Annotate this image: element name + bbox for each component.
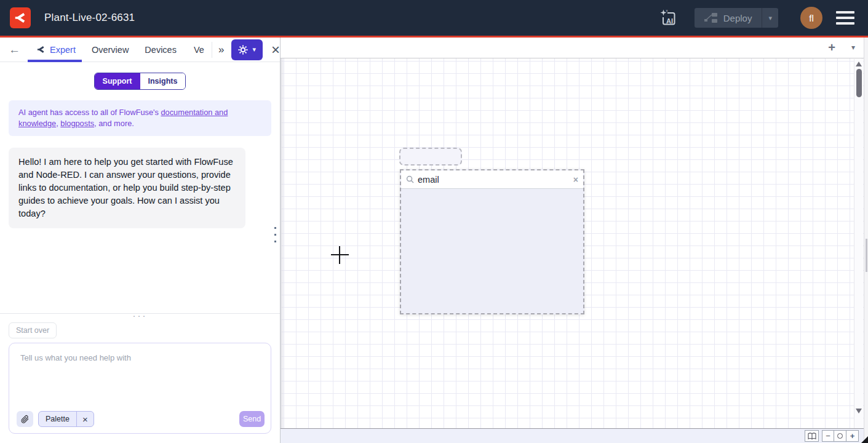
top-header-bar: Plant-Live-02-6631 x AI Deploy ▾ (0, 0, 868, 36)
crosshair-cursor (339, 246, 340, 264)
tab-devices[interactable]: Devices (145, 45, 177, 55)
flowfuse-logo-icon[interactable] (10, 7, 31, 28)
composer-toolbar: Palette × Send (17, 411, 265, 427)
tab-expert-label: Expert (50, 45, 76, 55)
burger-bar (836, 17, 854, 19)
mode-toggle-wrap: Support Insights (0, 73, 280, 90)
assistant-panel: ← Expert Overview Devices Ver » (0, 38, 281, 443)
add-flow-icon[interactable]: + (828, 41, 835, 55)
quick-add-results-list (401, 189, 583, 314)
notice-text: AI agent has access to all of FlowFuse's (18, 108, 161, 117)
message-composer: Palette × Send (9, 343, 271, 434)
workspace-tabbar: + ▾ (281, 38, 864, 58)
zoom-reset-icon (837, 433, 843, 439)
browser-scrollbar[interactable] (864, 38, 868, 443)
workspace-footer: − + (281, 428, 864, 443)
more-tabs-chevron-icon[interactable]: » (218, 44, 224, 56)
quick-add-search-row: × (401, 170, 583, 189)
navigator-button[interactable] (805, 430, 819, 442)
palette-chip-remove-icon[interactable]: × (76, 412, 94, 426)
deploy-label: Deploy (723, 13, 752, 23)
tabbar-divider (212, 42, 212, 58)
tab-overview[interactable]: Overview (92, 45, 129, 55)
flowfuse-logo-glyph (14, 11, 27, 25)
user-avatar[interactable]: fl (800, 7, 822, 29)
ai-access-notice: AI agent has access to all of FlowFuse's… (9, 100, 271, 136)
instance-title: Plant-Live-02-6631 (44, 12, 135, 24)
paperclip-icon (20, 415, 30, 424)
canvas-vertical-scrollbar[interactable] (854, 59, 863, 428)
search-icon (406, 175, 414, 183)
clear-search-icon[interactable]: × (573, 175, 578, 185)
svg-text:x: x (666, 9, 667, 12)
ai-assistant-icon[interactable]: x AI (658, 7, 679, 28)
flowfuse-mini-icon (36, 45, 46, 54)
burger-bar (836, 11, 854, 14)
zoom-controls: − + (822, 430, 859, 442)
svg-text:AI: AI (666, 17, 673, 25)
gear-caret-icon: ▾ (252, 46, 256, 54)
main-menu-icon[interactable] (836, 11, 854, 25)
blogposts-link[interactable]: blogposts (60, 119, 94, 128)
scroll-down-arrow-icon[interactable] (856, 409, 862, 413)
tab-overview-label: Overview (92, 45, 129, 55)
toggle-insights[interactable]: Insights (140, 73, 186, 89)
palette-chip-label: Palette (39, 412, 76, 426)
node-red-workspace: + ▾ × (281, 38, 864, 443)
flow-canvas[interactable]: × (281, 58, 864, 428)
notice-text: , and more. (94, 119, 134, 128)
assistant-tabbar: ← Expert Overview Devices Ver » (0, 38, 280, 62)
browser-scroll-thumb[interactable] (866, 239, 867, 272)
flow-list-caret-icon[interactable]: ▾ (851, 43, 855, 52)
settings-dropdown-button[interactable]: ▾ (231, 39, 263, 60)
send-button[interactable]: Send (239, 411, 265, 427)
vertical-scroll-thumb[interactable] (856, 69, 862, 97)
close-panel-icon[interactable]: × (271, 42, 280, 57)
scroll-up-arrow-icon[interactable] (856, 62, 862, 66)
ai-icon-glyph: x AI (659, 9, 677, 27)
flowfuse-app-window: Plant-Live-02-6631 x AI Deploy ▾ (0, 0, 868, 443)
window-corner-wedge (861, 436, 868, 443)
mode-toggle: Support Insights (94, 73, 186, 90)
burger-bar (836, 22, 854, 25)
tab-version-history-label: Ver (194, 45, 204, 55)
deploy-options-caret[interactable]: ▾ (762, 8, 778, 28)
node-placeholder-ghost (399, 148, 462, 166)
zoom-in-button[interactable]: + (846, 430, 859, 442)
toggle-support[interactable]: Support (95, 73, 140, 89)
assistant-message-bubble: Hello! I am here to help you get started… (9, 148, 245, 228)
tab-version-history[interactable]: Ver (194, 45, 204, 55)
tab-devices-label: Devices (145, 45, 177, 55)
start-over-button[interactable]: Start over (9, 322, 57, 338)
deploy-button[interactable]: Deploy (695, 8, 762, 28)
deploy-node-icon (704, 12, 718, 23)
quick-add-node-dialog: × (400, 169, 584, 314)
palette-context-chip: Palette × (38, 411, 94, 427)
deploy-button-group: Deploy ▾ (695, 8, 778, 28)
zoom-reset-button[interactable] (834, 430, 846, 442)
tab-expert[interactable]: Expert (36, 45, 76, 55)
attach-file-button[interactable] (17, 411, 33, 427)
back-arrow-icon[interactable]: ← (9, 43, 20, 57)
canvas-edge-shade (281, 58, 284, 428)
gear-icon (238, 45, 248, 55)
panel-resize-handle[interactable] (274, 227, 276, 242)
divider-resize-dots[interactable]: ··· (0, 310, 280, 321)
node-search-input[interactable] (418, 175, 570, 185)
composer-input[interactable] (17, 351, 265, 411)
zoom-out-button[interactable]: − (822, 430, 834, 442)
map-icon (808, 433, 816, 440)
